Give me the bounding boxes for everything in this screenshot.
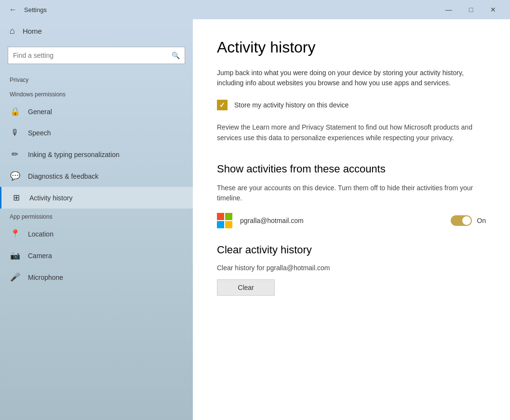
store-activity-checkbox-row[interactable]: ✓ Store my activity history on this devi… — [217, 100, 486, 110]
ms-logo-red — [217, 213, 224, 220]
activity-history-icon: ⊞ — [11, 193, 22, 203]
microphone-icon: 🎤 — [10, 272, 20, 282]
sidebar-item-home[interactable]: ⌂ Home — [0, 19, 193, 43]
sidebar-item-camera[interactable]: 📷 Camera — [0, 245, 193, 266]
sidebar-item-speech[interactable]: 🎙 Speech — [0, 122, 193, 144]
section-privacy-label: Privacy — [0, 72, 193, 86]
home-icon: ⌂ — [10, 26, 15, 36]
home-label: Home — [23, 27, 42, 35]
account-toggle-container: On — [451, 215, 486, 226]
search-input[interactable] — [13, 52, 172, 59]
sidebar-item-location[interactable]: 📍 Location — [0, 223, 193, 245]
sidebar-item-inking[interactable]: ✏ Inking & typing personalization — [0, 144, 193, 165]
ms-logo-blue — [217, 221, 224, 228]
location-icon: 📍 — [10, 229, 20, 239]
app-body: ⌂ Home 🔍 Privacy Windows permissions 🔒 G… — [0, 19, 510, 420]
titlebar: ← Settings — □ ✕ — [0, 0, 510, 19]
checkbox-label: Store my activity history on this device — [234, 101, 349, 109]
sidebar: ⌂ Home 🔍 Privacy Windows permissions 🔒 G… — [0, 19, 193, 420]
activity-checkbox[interactable]: ✓ — [217, 100, 228, 110]
page-title: Activity history — [217, 39, 486, 56]
clear-button[interactable]: Clear — [217, 279, 275, 296]
diagnostics-label: Diagnostics & feedback — [28, 172, 98, 180]
app-title: Settings — [24, 6, 438, 13]
clear-description: Clear history for pgralla@hotmail.com — [217, 264, 486, 272]
privacy-info: Review the Learn more and Privacy Statem… — [217, 122, 486, 144]
toggle-label: On — [477, 217, 486, 224]
ms-logo-green — [225, 213, 232, 220]
account-email: pgralla@hotmail.com — [240, 217, 443, 224]
minimize-button[interactable]: — — [438, 0, 460, 19]
inking-icon: ✏ — [10, 149, 20, 159]
close-button[interactable]: ✕ — [482, 0, 504, 19]
section-windows-label: Windows permissions — [0, 86, 193, 101]
clear-section-title: Clear activity history — [217, 244, 486, 256]
sidebar-item-diagnostics[interactable]: 💬 Diagnostics & feedback — [0, 165, 193, 187]
accounts-description: These are your accounts on this device. … — [217, 183, 486, 203]
window-controls: — □ ✕ — [438, 0, 504, 19]
maximize-button[interactable]: □ — [460, 0, 482, 19]
section-app-permissions-label: App permissions — [0, 209, 193, 223]
ms-logo-yellow — [225, 221, 232, 228]
microsoft-logo — [217, 213, 232, 228]
speech-label: Speech — [28, 129, 51, 137]
diagnostics-icon: 💬 — [10, 171, 20, 181]
camera-label: Camera — [28, 252, 52, 260]
speech-icon: 🎙 — [10, 128, 20, 138]
sidebar-item-activity-history[interactable]: ⊞ Activity history — [0, 187, 193, 209]
checkmark-icon: ✓ — [219, 101, 225, 109]
location-label: Location — [28, 230, 54, 238]
inking-label: Inking & typing personalization — [28, 151, 120, 158]
general-icon: 🔒 — [10, 106, 20, 117]
intro-description: Jump back into what you were doing on yo… — [217, 68, 486, 88]
account-toggle[interactable] — [451, 215, 472, 226]
sidebar-item-microphone[interactable]: 🎤 Microphone — [0, 266, 193, 288]
main-content: Activity history Jump back into what you… — [193, 19, 510, 420]
back-button[interactable]: ← — [6, 2, 20, 17]
microphone-label: Microphone — [28, 274, 63, 281]
activity-history-label: Activity history — [29, 194, 72, 202]
show-activities-title: Show activities from these accounts — [217, 163, 486, 175]
search-box: 🔍 — [8, 47, 185, 64]
account-row: pgralla@hotmail.com On — [217, 213, 486, 228]
general-label: General — [28, 108, 52, 116]
sidebar-item-general[interactable]: 🔒 General — [0, 101, 193, 122]
search-icon: 🔍 — [172, 52, 180, 59]
camera-icon: 📷 — [10, 250, 20, 261]
